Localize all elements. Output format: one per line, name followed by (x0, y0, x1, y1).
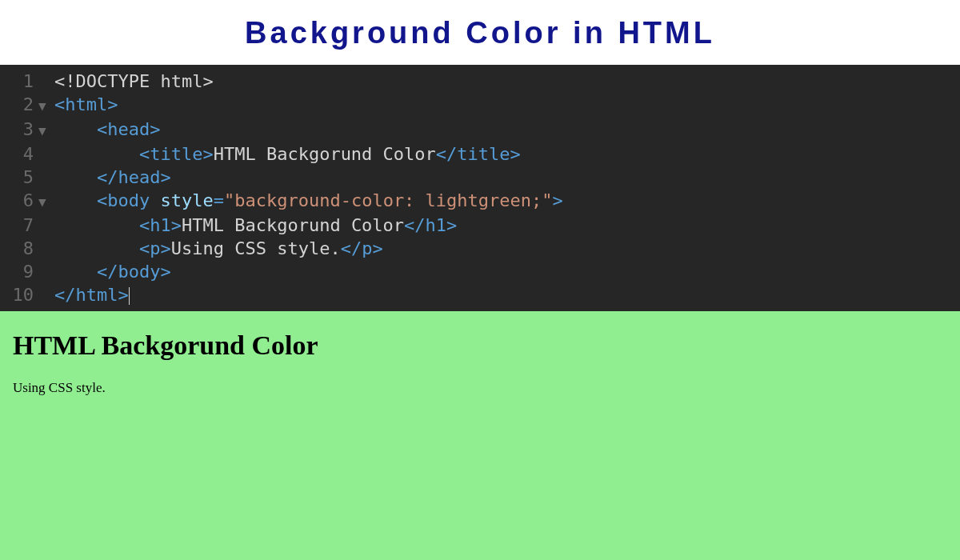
line-number: 8 (0, 237, 38, 260)
page-header: Background Color in HTML (0, 0, 960, 65)
code-content[interactable]: <!DOCTYPE html> (54, 70, 214, 93)
code-line[interactable]: 1<!DOCTYPE html> (0, 70, 960, 93)
browser-preview: HTML Backgorund Color Using CSS style. (0, 311, 960, 560)
code-editor[interactable]: 1<!DOCTYPE html>2▼<html>3▼ <head>4 <titl… (0, 65, 960, 311)
fold-toggle-icon[interactable]: ▼ (38, 190, 54, 214)
line-number: 7 (0, 214, 38, 237)
code-content[interactable]: <h1>HTML Backgorund Color</h1> (54, 214, 457, 237)
code-content[interactable]: <head> (54, 118, 160, 141)
code-line[interactable]: 4 <title>HTML Backgorund Color</title> (0, 142, 960, 166)
code-line[interactable]: 2▼<html> (0, 93, 960, 118)
text-cursor (129, 287, 130, 305)
code-content[interactable]: </head> (54, 166, 171, 189)
line-number: 6 (0, 189, 38, 212)
line-number: 10 (0, 283, 38, 306)
code-content[interactable]: <title>HTML Backgorund Color</title> (54, 142, 521, 166)
page-title: Background Color in HTML (0, 16, 960, 50)
line-number: 2 (0, 93, 38, 116)
code-content[interactable]: </body> (54, 260, 171, 283)
code-line[interactable]: 5 </head> (0, 166, 960, 189)
code-line[interactable]: 7 <h1>HTML Backgorund Color</h1> (0, 214, 960, 237)
code-line[interactable]: 3▼ <head> (0, 118, 960, 142)
preview-heading: HTML Backgorund Color (13, 330, 947, 361)
line-number: 4 (0, 142, 38, 166)
line-number: 3 (0, 118, 38, 141)
code-content[interactable]: <html> (54, 93, 118, 116)
line-number: 9 (0, 260, 38, 283)
preview-paragraph: Using CSS style. (13, 380, 947, 396)
line-number: 1 (0, 70, 38, 93)
fold-toggle-icon[interactable]: ▼ (38, 119, 54, 142)
code-line[interactable]: 10</html> (0, 283, 960, 306)
code-content[interactable]: <p>Using CSS style.</p> (54, 237, 383, 260)
code-line[interactable]: 9 </body> (0, 260, 960, 283)
code-content[interactable]: </html> (54, 283, 130, 306)
code-line[interactable]: 6▼ <body style="background-color: lightg… (0, 189, 960, 214)
code-content[interactable]: <body style="background-color: lightgree… (54, 189, 563, 212)
line-number: 5 (0, 166, 38, 189)
code-line[interactable]: 8 <p>Using CSS style.</p> (0, 237, 960, 260)
fold-toggle-icon[interactable]: ▼ (38, 94, 54, 118)
